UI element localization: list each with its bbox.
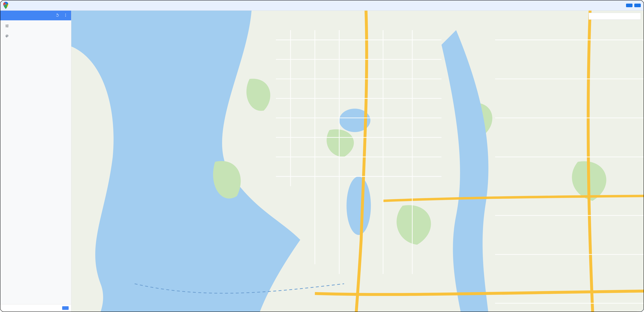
google-maps-logo-icon	[3, 2, 8, 9]
palette-icon	[5, 34, 66, 39]
go-to-cloud-console-button[interactable]	[634, 4, 641, 7]
search-address-box[interactable]	[589, 13, 641, 20]
tune-icon	[5, 24, 66, 29]
style-editor-sidebar	[0, 11, 71, 312]
svg-point-2	[65, 15, 66, 16]
svg-point-3	[65, 16, 66, 17]
svg-point-1	[65, 14, 66, 14]
more-options-button[interactable]	[57, 306, 60, 310]
svg-point-5	[346, 177, 371, 235]
learn-more-button[interactable]	[626, 4, 632, 7]
overflow-menu-icon[interactable]	[64, 13, 68, 18]
undo-icon[interactable]	[55, 13, 59, 18]
search-input[interactable]	[591, 15, 638, 18]
sidebar-header	[0, 11, 71, 20]
svg-point-0	[5, 4, 7, 5]
map-canvas[interactable]	[71, 11, 644, 312]
promo-banner	[0, 0, 644, 11]
finish-button[interactable]	[62, 306, 69, 310]
map-attribution	[637, 311, 642, 311]
